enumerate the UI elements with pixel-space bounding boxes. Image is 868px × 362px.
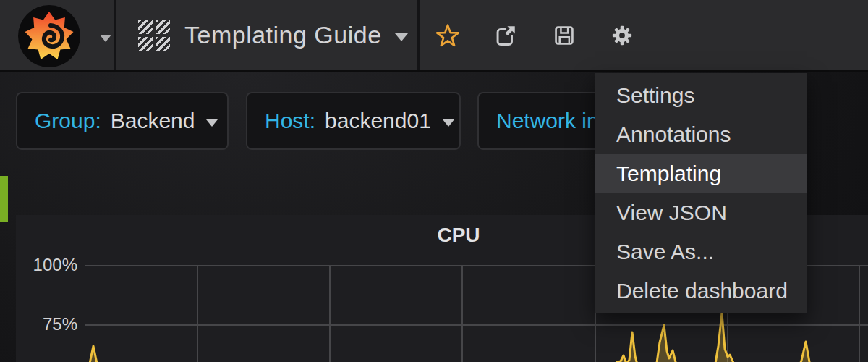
save-dashboard-button[interactable] bbox=[535, 0, 593, 70]
grafana-logo-icon bbox=[17, 4, 81, 68]
star-icon bbox=[435, 22, 461, 49]
variable-label: Group: bbox=[35, 109, 101, 133]
variable-dropdown-group[interactable]: Group: Backend bbox=[16, 92, 229, 150]
star-dashboard-button[interactable] bbox=[419, 0, 477, 70]
save-icon bbox=[553, 24, 576, 47]
dashboard-title-dropdown[interactable]: Templating Guide bbox=[116, 0, 416, 70]
menu-item-save-as[interactable]: Save As... bbox=[595, 232, 807, 272]
grafana-logo-button[interactable] bbox=[0, 0, 114, 70]
variable-value: Backend bbox=[111, 109, 195, 133]
y-axis-tick-label: 75% bbox=[16, 313, 77, 335]
grafana-dashboard: Templating Guide bbox=[0, 0, 868, 362]
share-icon bbox=[493, 23, 518, 48]
menu-item-view-json[interactable]: View JSON bbox=[595, 193, 807, 232]
chevron-down-icon bbox=[395, 33, 408, 41]
dashboard-grid-icon bbox=[138, 20, 170, 51]
x-gridline bbox=[329, 265, 331, 362]
chevron-down-icon bbox=[206, 119, 218, 127]
navbar: Templating Guide bbox=[0, 0, 868, 72]
x-gridline bbox=[461, 265, 463, 362]
chevron-down-icon bbox=[100, 35, 111, 42]
variable-value: backend01 bbox=[325, 109, 431, 133]
variable-label: Network in bbox=[496, 109, 599, 133]
gear-icon bbox=[610, 24, 634, 47]
menu-item-delete-dashboard[interactable]: Delete dashboard bbox=[595, 272, 807, 311]
variable-dropdown-host[interactable]: Host: backend01 bbox=[246, 92, 461, 150]
x-gridline bbox=[859, 265, 860, 362]
menu-item-annotations[interactable]: Annotations bbox=[595, 115, 807, 154]
menu-item-settings[interactable]: Settings bbox=[595, 76, 807, 115]
x-gridline bbox=[197, 265, 198, 362]
share-dashboard-button[interactable] bbox=[477, 0, 535, 70]
chevron-down-icon bbox=[443, 119, 454, 127]
y-gridline bbox=[85, 324, 868, 326]
gear-dropdown-menu: Settings Annotations Templating View JSO… bbox=[595, 73, 807, 313]
dashboard-title: Templating Guide bbox=[184, 21, 382, 49]
row-control-bar[interactable] bbox=[0, 176, 8, 222]
y-axis-tick-label: 100% bbox=[16, 254, 77, 276]
gear-menu-button[interactable] bbox=[593, 0, 651, 70]
dashboard-body: Group: Backend Host: backend01 Network i… bbox=[0, 72, 868, 362]
menu-item-templating[interactable]: Templating bbox=[595, 154, 807, 193]
variable-label: Host: bbox=[265, 109, 315, 133]
